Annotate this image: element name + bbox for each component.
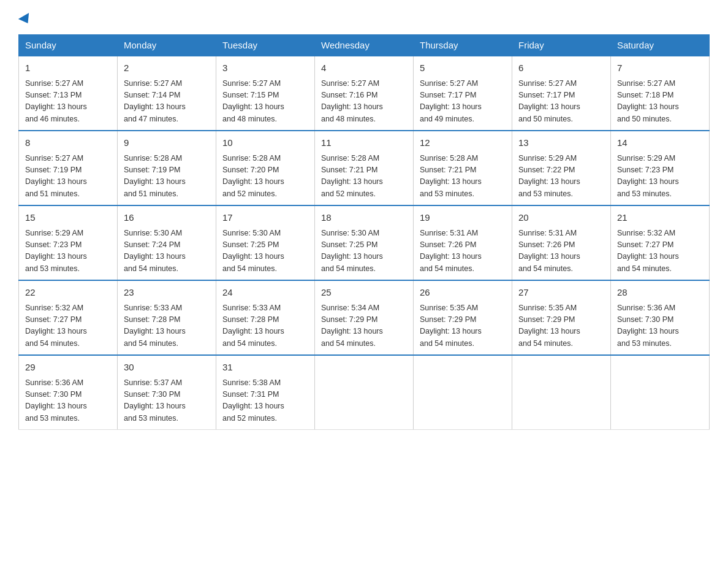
day-number: 14 [617, 136, 703, 150]
calendar-cell: 4 Sunrise: 5:27 AM Sunset: 7:16 PM Dayli… [315, 56, 414, 131]
day-info: Sunrise: 5:30 AM Sunset: 7:24 PM Dayligh… [124, 228, 210, 275]
day-number: 16 [124, 211, 210, 225]
calendar-cell: 22 Sunrise: 5:32 AM Sunset: 7:27 PM Dayl… [19, 280, 118, 355]
day-number: 28 [617, 286, 703, 300]
calendar-cell: 27 Sunrise: 5:35 AM Sunset: 7:29 PM Dayl… [512, 280, 611, 355]
calendar-header-friday: Friday [512, 35, 611, 56]
calendar-cell: 7 Sunrise: 5:27 AM Sunset: 7:18 PM Dayli… [611, 56, 710, 131]
calendar-header-row: SundayMondayTuesdayWednesdayThursdayFrid… [19, 35, 710, 56]
day-number: 25 [321, 286, 407, 300]
day-info: Sunrise: 5:35 AM Sunset: 7:29 PM Dayligh… [518, 302, 604, 350]
day-number: 26 [420, 286, 506, 300]
calendar-cell: 2 Sunrise: 5:27 AM Sunset: 7:14 PM Dayli… [118, 56, 216, 131]
day-number: 27 [518, 286, 604, 300]
day-number: 21 [617, 211, 703, 225]
day-info: Sunrise: 5:29 AM Sunset: 7:23 PM Dayligh… [25, 228, 111, 275]
day-info: Sunrise: 5:31 AM Sunset: 7:26 PM Dayligh… [518, 228, 604, 275]
calendar-week-3: 15 Sunrise: 5:29 AM Sunset: 7:23 PM Dayl… [19, 205, 710, 280]
day-number: 24 [222, 286, 308, 300]
day-number: 4 [321, 61, 407, 75]
calendar-cell: 29 Sunrise: 5:36 AM Sunset: 7:30 PM Dayl… [19, 355, 118, 430]
calendar-cell: 16 Sunrise: 5:30 AM Sunset: 7:24 PM Dayl… [118, 205, 216, 280]
day-info: Sunrise: 5:33 AM Sunset: 7:28 PM Dayligh… [124, 302, 210, 350]
day-number: 1 [25, 61, 111, 75]
calendar-cell: 26 Sunrise: 5:35 AM Sunset: 7:29 PM Dayl… [414, 280, 512, 355]
day-number: 8 [25, 136, 111, 150]
day-number: 7 [617, 61, 703, 75]
day-info: Sunrise: 5:27 AM Sunset: 7:14 PM Dayligh… [124, 78, 210, 126]
calendar-week-1: 1 Sunrise: 5:27 AM Sunset: 7:13 PM Dayli… [19, 56, 710, 131]
logo-general-text [18, 12, 32, 28]
day-number: 18 [321, 211, 407, 225]
calendar-cell: 8 Sunrise: 5:27 AM Sunset: 7:19 PM Dayli… [19, 131, 118, 205]
calendar-cell: 30 Sunrise: 5:37 AM Sunset: 7:30 PM Dayl… [118, 355, 216, 430]
calendar-cell [611, 355, 710, 430]
calendar-cell: 9 Sunrise: 5:28 AM Sunset: 7:19 PM Dayli… [118, 131, 216, 205]
calendar-cell: 28 Sunrise: 5:36 AM Sunset: 7:30 PM Dayl… [611, 280, 710, 355]
calendar-header-saturday: Saturday [611, 35, 710, 56]
day-info: Sunrise: 5:27 AM Sunset: 7:18 PM Dayligh… [617, 78, 703, 126]
calendar-cell: 21 Sunrise: 5:32 AM Sunset: 7:27 PM Dayl… [611, 205, 710, 280]
calendar-week-5: 29 Sunrise: 5:36 AM Sunset: 7:30 PM Dayl… [19, 355, 710, 430]
calendar-cell: 20 Sunrise: 5:31 AM Sunset: 7:26 PM Dayl… [512, 205, 611, 280]
day-number: 22 [25, 286, 111, 300]
calendar-week-2: 8 Sunrise: 5:27 AM Sunset: 7:19 PM Dayli… [19, 131, 710, 205]
calendar-cell: 12 Sunrise: 5:28 AM Sunset: 7:21 PM Dayl… [414, 131, 512, 205]
day-info: Sunrise: 5:32 AM Sunset: 7:27 PM Dayligh… [617, 228, 703, 275]
day-number: 31 [222, 361, 308, 375]
day-info: Sunrise: 5:29 AM Sunset: 7:23 PM Dayligh… [617, 153, 703, 201]
day-info: Sunrise: 5:38 AM Sunset: 7:31 PM Dayligh… [222, 377, 308, 425]
day-number: 10 [222, 136, 308, 150]
day-info: Sunrise: 5:37 AM Sunset: 7:30 PM Dayligh… [124, 377, 210, 425]
calendar-header-tuesday: Tuesday [216, 35, 315, 56]
day-number: 17 [222, 211, 308, 225]
day-number: 11 [321, 136, 407, 150]
day-number: 6 [518, 61, 604, 75]
day-info: Sunrise: 5:27 AM Sunset: 7:13 PM Dayligh… [25, 78, 111, 126]
day-info: Sunrise: 5:33 AM Sunset: 7:28 PM Dayligh… [222, 302, 308, 350]
day-info: Sunrise: 5:30 AM Sunset: 7:25 PM Dayligh… [222, 228, 308, 275]
calendar-cell: 6 Sunrise: 5:27 AM Sunset: 7:17 PM Dayli… [512, 56, 611, 131]
calendar-cell: 10 Sunrise: 5:28 AM Sunset: 7:20 PM Dayl… [216, 131, 315, 205]
day-info: Sunrise: 5:31 AM Sunset: 7:26 PM Dayligh… [420, 228, 506, 275]
calendar-cell: 5 Sunrise: 5:27 AM Sunset: 7:17 PM Dayli… [414, 56, 512, 131]
day-number: 20 [518, 211, 604, 225]
day-info: Sunrise: 5:32 AM Sunset: 7:27 PM Dayligh… [25, 302, 111, 350]
calendar-header-thursday: Thursday [414, 35, 512, 56]
day-info: Sunrise: 5:30 AM Sunset: 7:25 PM Dayligh… [321, 228, 407, 275]
calendar-cell: 14 Sunrise: 5:29 AM Sunset: 7:23 PM Dayl… [611, 131, 710, 205]
calendar-cell: 11 Sunrise: 5:28 AM Sunset: 7:21 PM Dayl… [315, 131, 414, 205]
calendar-table: SundayMondayTuesdayWednesdayThursdayFrid… [18, 34, 710, 430]
calendar-week-4: 22 Sunrise: 5:32 AM Sunset: 7:27 PM Dayl… [19, 280, 710, 355]
calendar-cell: 24 Sunrise: 5:33 AM Sunset: 7:28 PM Dayl… [216, 280, 315, 355]
day-info: Sunrise: 5:28 AM Sunset: 7:21 PM Dayligh… [420, 153, 506, 201]
day-number: 19 [420, 211, 506, 225]
calendar-cell: 31 Sunrise: 5:38 AM Sunset: 7:31 PM Dayl… [216, 355, 315, 430]
calendar-cell: 1 Sunrise: 5:27 AM Sunset: 7:13 PM Dayli… [19, 56, 118, 131]
calendar-cell: 19 Sunrise: 5:31 AM Sunset: 7:26 PM Dayl… [414, 205, 512, 280]
day-info: Sunrise: 5:36 AM Sunset: 7:30 PM Dayligh… [617, 302, 703, 350]
calendar-header-wednesday: Wednesday [315, 35, 414, 56]
day-number: 5 [420, 61, 506, 75]
calendar-cell: 3 Sunrise: 5:27 AM Sunset: 7:15 PM Dayli… [216, 56, 315, 131]
logo [18, 12, 32, 25]
day-number: 30 [124, 361, 210, 375]
page-header [18, 12, 710, 25]
day-info: Sunrise: 5:29 AM Sunset: 7:22 PM Dayligh… [518, 153, 604, 201]
logo-triangle-icon [18, 13, 33, 26]
day-info: Sunrise: 5:35 AM Sunset: 7:29 PM Dayligh… [420, 302, 506, 350]
day-number: 29 [25, 361, 111, 375]
day-number: 3 [222, 61, 308, 75]
day-number: 13 [518, 136, 604, 150]
day-info: Sunrise: 5:27 AM Sunset: 7:17 PM Dayligh… [420, 78, 506, 126]
calendar-cell [414, 355, 512, 430]
day-info: Sunrise: 5:34 AM Sunset: 7:29 PM Dayligh… [321, 302, 407, 350]
day-number: 15 [25, 211, 111, 225]
day-info: Sunrise: 5:27 AM Sunset: 7:17 PM Dayligh… [518, 78, 604, 126]
calendar-cell: 13 Sunrise: 5:29 AM Sunset: 7:22 PM Dayl… [512, 131, 611, 205]
day-info: Sunrise: 5:27 AM Sunset: 7:16 PM Dayligh… [321, 78, 407, 126]
day-number: 2 [124, 61, 210, 75]
calendar-cell: 17 Sunrise: 5:30 AM Sunset: 7:25 PM Dayl… [216, 205, 315, 280]
calendar-cell: 15 Sunrise: 5:29 AM Sunset: 7:23 PM Dayl… [19, 205, 118, 280]
calendar-header-sunday: Sunday [19, 35, 118, 56]
